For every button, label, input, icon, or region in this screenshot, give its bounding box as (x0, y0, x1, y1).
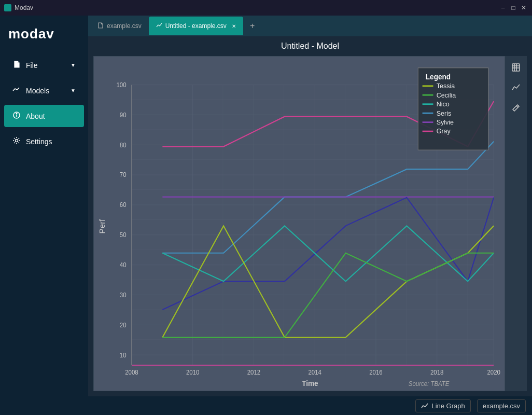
line-graph-label: Line Graph (431, 402, 465, 410)
models-icon (12, 86, 21, 95)
svg-text:Nico: Nico (437, 100, 450, 108)
svg-text:2016: 2016 (369, 369, 382, 376)
svg-text:Time: Time (302, 379, 318, 388)
maximize-button[interactable]: □ (509, 4, 517, 12)
svg-text:2010: 2010 (186, 369, 200, 376)
sidebar-item-models-label: Models (26, 87, 49, 95)
line-graph-icon (421, 402, 428, 409)
chart-area: Perf 100 90 80 70 60 50 40 30 20 10 2008 (93, 56, 505, 391)
tab-add-button[interactable]: + (245, 19, 260, 33)
sidebar: modav File ▼ Models ▼ (0, 16, 88, 396)
svg-text:2008: 2008 (125, 369, 138, 376)
svg-rect-0 (4, 4, 11, 11)
svg-text:70: 70 (120, 171, 127, 178)
app-title: Modav (15, 4, 33, 11)
svg-text:50: 50 (120, 231, 127, 238)
svg-text:Sylvie: Sylvie (437, 118, 454, 126)
file-status-label: example.csv (483, 402, 520, 410)
filter-button[interactable] (508, 59, 524, 76)
title-bar-controls: – □ ✕ (499, 4, 528, 12)
tab-2-label: Untitled - example.csv (165, 22, 227, 30)
edit-button[interactable] (508, 99, 524, 115)
sidebar-item-file-label: File (26, 61, 38, 70)
svg-text:30: 30 (120, 292, 127, 298)
svg-text:2018: 2018 (430, 369, 444, 376)
sidebar-logo: modav (0, 21, 88, 52)
svg-text:Tessia: Tessia (437, 82, 455, 90)
svg-text:2014: 2014 (308, 369, 321, 376)
svg-text:Perf: Perf (97, 219, 106, 234)
tab-1-label: example.csv (107, 22, 142, 30)
svg-rect-75 (512, 64, 520, 71)
tab-close-icon[interactable]: ✕ (232, 23, 236, 29)
main-layout: modav File ▼ Models ▼ (0, 16, 532, 396)
svg-text:Cecilia: Cecilia (437, 91, 456, 99)
file-status[interactable]: example.csv (477, 399, 526, 412)
title-bar-left: Modav (4, 4, 33, 11)
svg-text:80: 80 (120, 141, 127, 148)
svg-text:Seris: Seris (437, 109, 451, 117)
chart-wrapper: Perf 100 90 80 70 60 50 40 30 20 10 2008 (88, 56, 532, 396)
bottom-bar: Line Graph example.csv (0, 396, 532, 415)
sidebar-item-about[interactable]: About (4, 105, 84, 127)
svg-line-80 (516, 106, 518, 107)
svg-text:Gray: Gray (437, 127, 451, 135)
svg-point-4 (16, 113, 17, 114)
tab-untitled[interactable]: Untitled - example.csv ✕ (149, 17, 243, 35)
sidebar-item-models[interactable]: Models ▼ (4, 79, 84, 102)
svg-text:Legend: Legend (426, 72, 451, 80)
svg-text:90: 90 (120, 112, 127, 118)
line-graph-status[interactable]: Line Graph (415, 399, 470, 412)
page-content: Untitled - Model (88, 36, 532, 396)
model-title: Untitled - Model (88, 36, 532, 56)
svg-text:2020: 2020 (487, 369, 500, 376)
line-graph-button[interactable] (508, 79, 524, 95)
tab-file-icon (97, 22, 104, 30)
content-area: example.csv Untitled - example.csv ✕ + U… (88, 16, 532, 396)
svg-text:40: 40 (120, 261, 127, 268)
tab-graph-icon (156, 22, 162, 30)
sidebar-item-about-label: About (26, 112, 45, 120)
chart-svg: Perf 100 90 80 70 60 50 40 30 20 10 2008 (94, 57, 505, 391)
file-icon (12, 60, 21, 70)
svg-text:10: 10 (120, 351, 127, 358)
models-arrow-icon: ▼ (71, 88, 76, 93)
title-bar: Modav – □ ✕ (0, 0, 532, 16)
tab-bar: example.csv Untitled - example.csv ✕ + (88, 16, 532, 36)
sidebar-item-file[interactable]: File ▼ (4, 54, 84, 76)
chart-sidebar-tools (505, 56, 527, 391)
svg-text:Source: TBATE: Source: TBATE (409, 380, 450, 387)
svg-text:2012: 2012 (247, 369, 260, 376)
close-button[interactable]: ✕ (520, 4, 528, 12)
minimize-button[interactable]: – (499, 4, 507, 12)
svg-text:60: 60 (120, 201, 127, 208)
tab-example-csv[interactable]: example.csv (90, 17, 149, 35)
settings-icon (12, 136, 21, 146)
svg-text:100: 100 (116, 81, 127, 88)
sidebar-item-settings[interactable]: Settings (4, 130, 84, 153)
sidebar-item-settings-label: Settings (26, 137, 52, 146)
info-icon (12, 111, 21, 121)
svg-text:20: 20 (120, 321, 127, 328)
svg-point-5 (16, 140, 18, 142)
app-icon (4, 4, 11, 11)
file-arrow-icon: ▼ (71, 62, 76, 68)
